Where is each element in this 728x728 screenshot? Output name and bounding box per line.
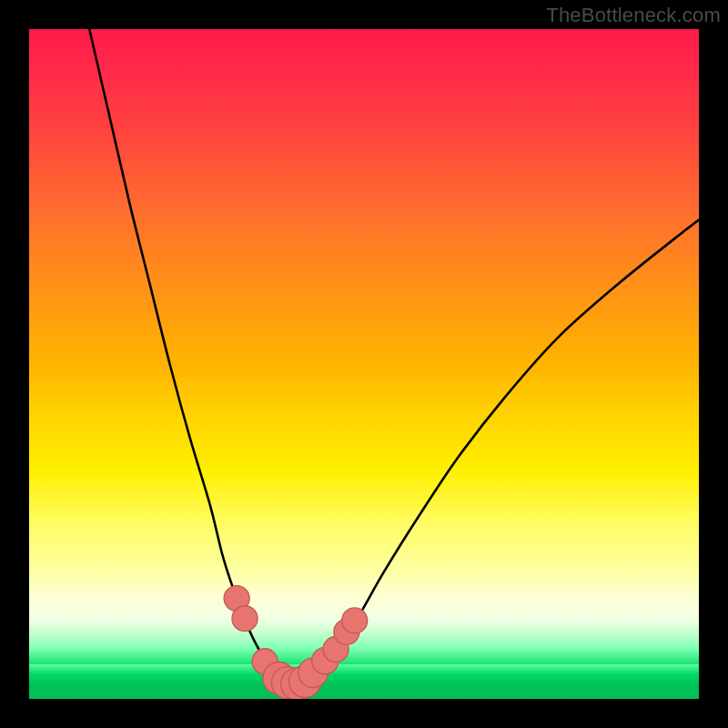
left-curve xyxy=(89,29,276,675)
plot-area xyxy=(29,29,699,699)
valley-marker xyxy=(342,608,368,633)
valley-marker xyxy=(232,606,258,632)
valley-markers xyxy=(224,586,368,699)
chart-frame: TheBottleneck.com xyxy=(0,0,728,728)
right-curve xyxy=(310,220,699,675)
curve-layer xyxy=(29,29,699,699)
watermark-text: TheBottleneck.com xyxy=(546,4,721,27)
